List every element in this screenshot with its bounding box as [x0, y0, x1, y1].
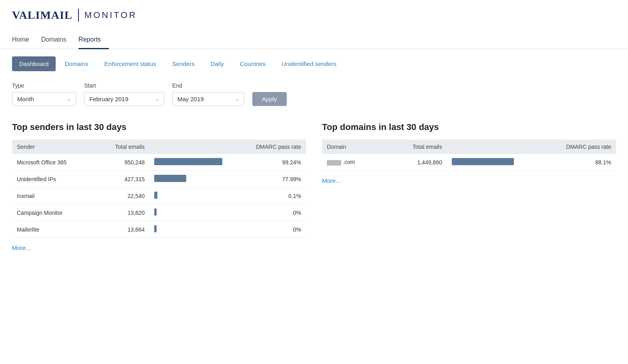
sender-bar-cell: [149, 171, 229, 188]
end-value: May 2019: [177, 96, 204, 102]
domain-bar-cell: [447, 154, 527, 171]
sub-nav: Dashboard Domains Enforcement status Sen…: [0, 49, 628, 71]
domain-name: .com: [322, 154, 383, 171]
sub-nav-item-dashboard[interactable]: Dashboard: [12, 56, 56, 71]
top-domains-section: Top domains in last 30 days Domain Total…: [322, 122, 616, 251]
logo-divider: [78, 9, 79, 22]
domain-bar: [452, 158, 514, 165]
sender-total-emails: 950,248: [95, 154, 150, 171]
sender-dmarc-rate: 0%: [229, 221, 306, 238]
table-row: Unidentified IPs 427,315 77.99%: [12, 171, 306, 188]
start-select[interactable]: February 2019 ⌄: [84, 92, 164, 106]
start-filter-group: Start February 2019 ⌄: [84, 82, 164, 106]
nav-item-home[interactable]: Home: [12, 31, 37, 49]
domain-total-emails: 1,449,860: [383, 154, 447, 171]
sender-dmarc-rate: 77.99%: [229, 171, 306, 188]
sender-total-emails: 13,664: [95, 221, 150, 238]
sender-name: Microsoft Office 365: [12, 154, 95, 171]
end-select[interactable]: May 2019 ⌄: [172, 92, 244, 106]
sender-bar-cell: [149, 221, 229, 238]
sender-dmarc-rate: 0%: [229, 204, 306, 221]
sender-total-emails: 427,315: [95, 171, 150, 188]
top-senders-body: Microsoft Office 365 950,248 99.24% Unid…: [12, 154, 306, 238]
sender-total-emails: 13,820: [95, 204, 150, 221]
sender-bar: [154, 175, 186, 182]
sender-col-header: Sender: [12, 140, 95, 154]
domain-dmarc-pass-rate-col-header: DMARC pass rate: [527, 140, 616, 154]
table-row: Microsoft Office 365 950,248 99.24%: [12, 154, 306, 171]
logo: VALIMAIL MONITOR: [12, 9, 616, 22]
domains-more-link[interactable]: More...: [322, 177, 616, 184]
sub-nav-item-countries[interactable]: Countries: [233, 56, 273, 71]
sender-total-emails: 22,540: [95, 188, 150, 204]
end-chevron-icon: ⌄: [235, 96, 239, 102]
table-row: .com 1,449,860 88.1%: [322, 154, 616, 171]
main-content: Top senders in last 30 days Sender Total…: [0, 106, 628, 263]
domain-total-emails-col-header: Total emails: [383, 140, 447, 154]
sub-nav-item-domains[interactable]: Domains: [57, 56, 95, 71]
sender-bar-cell: [149, 204, 229, 221]
nav-item-reports[interactable]: Reports: [78, 31, 109, 49]
sub-nav-item-unidentified-senders[interactable]: Unidentified senders: [274, 56, 344, 71]
domain-col-header: Domain: [322, 140, 383, 154]
top-nav: Home Domains Reports: [0, 31, 628, 49]
top-domains-table: Domain Total emails DMARC pass rate .com…: [322, 140, 616, 171]
sender-bar: [154, 192, 157, 199]
filters: Type Month ⌄ Start February 2019 ⌄ End M…: [0, 71, 628, 106]
sender-bar-cell: [149, 188, 229, 204]
top-senders-title: Top senders in last 30 days: [12, 122, 306, 132]
top-domains-title: Top domains in last 30 days: [322, 122, 616, 132]
sub-nav-item-enforcement-status[interactable]: Enforcement status: [97, 56, 163, 71]
senders-more-link[interactable]: More...: [12, 244, 306, 251]
start-chevron-icon: ⌄: [155, 96, 159, 102]
total-emails-col-header: Total emails: [95, 140, 150, 154]
sender-bar: [154, 225, 157, 232]
table-row: Mailerlite 13,664 0%: [12, 221, 306, 238]
sub-nav-item-senders[interactable]: Senders: [165, 56, 202, 71]
table-row: Campaign Monitor 13,820 0%: [12, 204, 306, 221]
sub-nav-item-daily[interactable]: Daily: [203, 56, 231, 71]
type-label: Type: [12, 82, 76, 89]
logo-monitor: MONITOR: [85, 10, 137, 20]
header: VALIMAIL MONITOR: [0, 0, 628, 22]
logo-text: VALIMAIL: [12, 9, 72, 22]
sender-name: Campaign Monitor: [12, 204, 95, 221]
domain-dmarc-rate: 88.1%: [527, 154, 616, 171]
type-chevron-icon: ⌄: [67, 96, 71, 102]
top-senders-header-row: Sender Total emails DMARC pass rate: [12, 140, 306, 154]
type-filter-group: Type Month ⌄: [12, 82, 76, 106]
nav-item-domains[interactable]: Domains: [41, 31, 74, 49]
top-senders-table: Sender Total emails DMARC pass rate Micr…: [12, 140, 306, 238]
sender-bar: [154, 158, 222, 165]
top-domains-header-row: Domain Total emails DMARC pass rate: [322, 140, 616, 154]
top-senders-section: Top senders in last 30 days Sender Total…: [12, 122, 306, 251]
sender-name: Inxmail: [12, 188, 95, 204]
start-label: Start: [84, 82, 164, 89]
sender-name: Mailerlite: [12, 221, 95, 238]
table-row: Inxmail 22,540 0.1%: [12, 188, 306, 204]
sender-bar-cell: [149, 154, 229, 171]
domain-bar-col-header: [447, 140, 527, 154]
end-filter-group: End May 2019 ⌄: [172, 82, 244, 106]
top-domains-body: .com 1,449,860 88.1%: [322, 154, 616, 171]
domain-blur: [327, 160, 341, 166]
type-select[interactable]: Month ⌄: [12, 92, 76, 106]
type-value: Month: [17, 96, 34, 102]
apply-button[interactable]: Apply: [252, 92, 287, 106]
sender-bar: [154, 208, 157, 216]
sender-dmarc-rate: 0.1%: [229, 188, 306, 204]
start-value: February 2019: [89, 96, 129, 102]
sender-dmarc-rate: 99.24%: [229, 154, 306, 171]
bar-col-header: [149, 140, 229, 154]
end-label: End: [172, 82, 244, 89]
dmarc-pass-rate-col-header: DMARC pass rate: [229, 140, 306, 154]
sender-name: Unidentified IPs: [12, 171, 95, 188]
